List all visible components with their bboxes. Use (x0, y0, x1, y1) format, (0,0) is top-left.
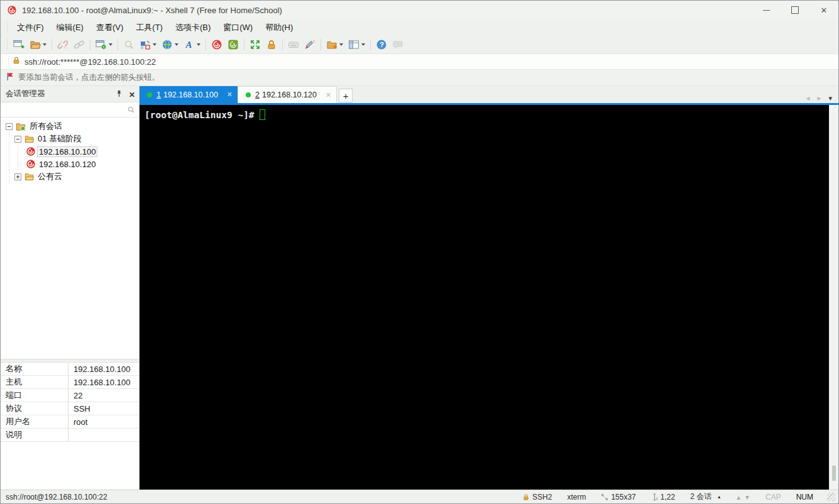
address-lock-icon (12, 56, 21, 67)
prop-label: 主机 (1, 376, 69, 388)
terminal-cursor (260, 109, 265, 120)
virtual-keyboard-button (286, 38, 301, 52)
terminal-scrollbar[interactable] (829, 105, 838, 490)
menu-bar: 文件(F) 编辑(E) 查看(V) 工具(T) 选项卡(B) 窗口(W) 帮助(… (1, 19, 838, 36)
status-terminal-type[interactable]: xterm (562, 493, 591, 501)
collapse-icon[interactable] (14, 136, 21, 143)
prop-value: SSH (69, 404, 139, 414)
tab-scroll-right-icon[interactable] (817, 92, 821, 103)
resize-grip[interactable] (827, 493, 836, 501)
table-row: 协议 SSH (1, 402, 139, 415)
collapse-icon[interactable] (6, 123, 13, 130)
address-url[interactable]: ssh://root:******@192.168.10.100:22 (25, 57, 156, 67)
panel-close-icon[interactable] (129, 89, 135, 100)
xshell-button[interactable] (209, 38, 224, 52)
close-button[interactable] (809, 1, 838, 19)
prop-label: 说明 (1, 429, 69, 441)
toolbar-grip[interactable] (5, 39, 9, 50)
status-num-lock: NUM (791, 493, 818, 501)
menu-tools[interactable]: 工具(T) (129, 19, 169, 36)
tab-session-100[interactable]: 1 192.168.10.100 (140, 86, 238, 103)
lock-screen-button[interactable] (264, 38, 279, 52)
new-tab-button[interactable]: + (339, 89, 353, 102)
feedback-button (390, 38, 405, 52)
xshell-app-icon (7, 5, 17, 15)
menu-tabs[interactable]: 选项卡(B) (169, 19, 217, 36)
tree-item-folder-cloud[interactable]: 公有云 (1, 170, 139, 183)
window-arrange-button[interactable] (138, 38, 158, 52)
new-folder-button[interactable] (324, 38, 345, 52)
svg-text:A: A (185, 40, 192, 50)
session-properties-button[interactable] (94, 38, 114, 52)
find-button (121, 38, 136, 52)
menubar-grip[interactable] (5, 22, 9, 33)
menu-edit[interactable]: 编辑(E) (50, 19, 90, 36)
session-manager-panel: 会话管理器 所有会话 (1, 86, 140, 490)
window-title: 192.168.10.100 - root@AlmaLinux9:~ - Xsh… (22, 6, 282, 15)
session-up-icon[interactable] (735, 493, 742, 501)
tab-close-icon[interactable] (218, 90, 233, 99)
xftp-button[interactable] (226, 38, 241, 52)
expand-icon[interactable] (14, 173, 21, 180)
session-nav-arrows[interactable] (730, 493, 755, 501)
prop-label: 端口 (1, 389, 69, 402)
open-session-button[interactable] (28, 38, 48, 52)
tab-label: 192.168.10.120 (262, 90, 317, 99)
prop-label: 用户名 (1, 415, 69, 428)
split-view-button[interactable] (346, 38, 367, 52)
prop-value: 22 (69, 391, 139, 400)
disconnect-button (55, 38, 70, 52)
prop-value: root (69, 417, 139, 427)
highlight-button[interactable] (302, 38, 317, 52)
tree-item-all-sessions[interactable]: 所有会话 (1, 120, 139, 133)
table-row: 说明 (1, 429, 139, 442)
prop-label: 名称 (1, 363, 69, 375)
maximize-button[interactable] (781, 1, 809, 19)
tree-item-session-100[interactable]: 192.168.10.100 (1, 145, 139, 158)
tree-item-session-120[interactable]: 192.168.10.120 (1, 158, 139, 170)
split-dropdown-caret[interactable] (361, 43, 365, 46)
menu-view[interactable]: 查看(V) (90, 19, 129, 36)
minimize-button[interactable] (752, 1, 781, 19)
prop-label: 协议 (1, 402, 69, 415)
font-button[interactable]: A (182, 38, 202, 52)
tab-scroll-left-icon[interactable] (806, 92, 809, 103)
tab-session-120[interactable]: 2 192.168.10.120 (238, 86, 337, 103)
menu-file[interactable]: 文件(F) (11, 19, 50, 36)
tab-close-icon[interactable] (317, 91, 331, 99)
xshell-window: 192.168.10.100 - root@AlmaLinux9:~ - Xsh… (0, 0, 839, 504)
terminal-screen[interactable]: [root@AlmaLinux9 ~]# (140, 105, 829, 490)
status-cursor-position: 1,22 (646, 493, 680, 501)
encoding-globe-button[interactable] (160, 38, 180, 52)
status-terminal-size: 155x37 (596, 493, 640, 501)
notice-bar: 要添加当前会话，点击左侧的箭头按钮。 (1, 70, 838, 86)
session-search (1, 102, 139, 118)
encoding-dropdown-caret[interactable] (175, 43, 178, 46)
help-button[interactable]: ? (374, 38, 389, 52)
fullscreen-button[interactable] (248, 38, 263, 52)
pin-icon[interactable] (116, 89, 123, 100)
table-row: 端口 22 (1, 389, 139, 402)
arrange-dropdown-caret[interactable] (153, 43, 156, 46)
tree-item-folder-basics[interactable]: 01 基础阶段 (1, 133, 139, 145)
scrollbar-thumb[interactable] (832, 466, 836, 481)
menu-help[interactable]: 帮助(H) (259, 19, 299, 36)
font-dropdown-caret[interactable] (197, 43, 200, 46)
session-down-icon[interactable] (744, 493, 750, 501)
status-session-count[interactable]: 2 会话 (685, 491, 725, 502)
menu-window[interactable]: 窗口(W) (217, 19, 259, 36)
address-bar[interactable]: ssh://root:******@192.168.10.100:22 (1, 53, 838, 70)
new-session-button[interactable] (11, 38, 26, 52)
properties-dropdown-caret[interactable] (109, 43, 112, 46)
prop-value: 192.168.10.100 (69, 364, 139, 374)
tab-list-dropdown-icon[interactable] (828, 92, 832, 103)
session-tree: 所有会话 01 基础阶段 192.168.10.100 (1, 118, 139, 359)
search-icon (127, 106, 135, 114)
session-search-input[interactable] (1, 102, 127, 117)
open-dropdown-caret[interactable] (43, 43, 47, 46)
addressbar-grip[interactable] (6, 56, 10, 67)
status-caps-lock: CAP (760, 493, 786, 501)
notice-flag-icon (6, 72, 14, 84)
table-row: 名称 192.168.10.100 (1, 363, 139, 376)
folder-dropdown-caret[interactable] (339, 43, 343, 46)
